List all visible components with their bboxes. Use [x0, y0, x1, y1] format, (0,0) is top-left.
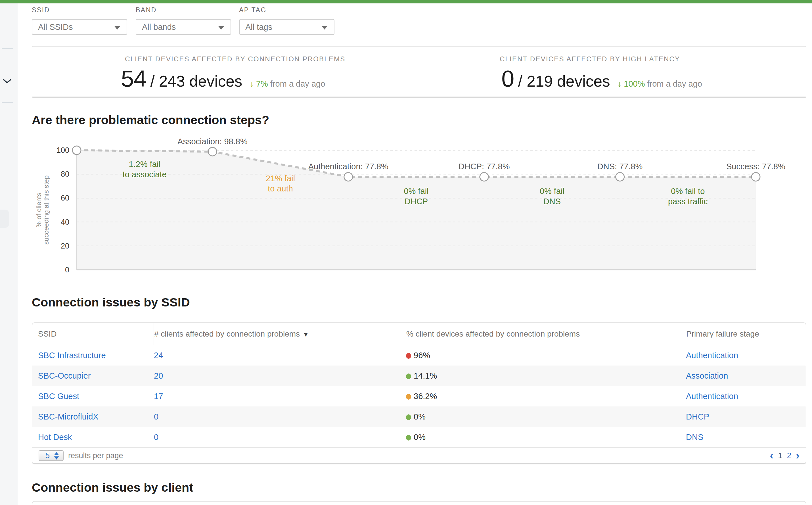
main-content: SSID All SSIDs BAND All bands AP TAG All…	[18, 0, 812, 505]
summary-stats-card: CLIENT DEVICES AFFECTED BY CONNECTION PR…	[32, 46, 806, 98]
table-row: SBC Guest1736.2%Authentication	[32, 386, 806, 406]
column-header-0: SSID	[32, 323, 154, 345]
high-latency-stat: CLIENT DEVICES AFFECTED BY HIGH LATENCY …	[501, 55, 702, 92]
band-dropdown-value: All bands	[142, 22, 176, 32]
stat-total: / 219 devices	[518, 72, 610, 90]
dropdown-caret-icon	[322, 26, 328, 29]
ssid-link[interactable]: SBC Infrastructure	[38, 351, 106, 360]
percent-affected-value: 96%	[414, 351, 430, 360]
y-tick-label: 100	[56, 146, 69, 155]
dropdown-caret-icon	[114, 26, 121, 29]
chart-area-fill	[77, 150, 756, 270]
ssid-section-heading: Connection issues by SSID	[32, 295, 190, 309]
arrow-down-icon: ↓	[618, 79, 622, 88]
ap-tag-filter-label: AP TAG	[239, 6, 335, 14]
results-per-page-label: results per page	[68, 451, 123, 460]
ssid-filter-label: SSID	[32, 6, 127, 14]
ap-tag-filter: AP TAG All tags	[239, 6, 335, 35]
delta-percent: 7%	[256, 79, 268, 88]
connection-steps-chart: 020406080100% of clientssucceeding at th…	[32, 138, 806, 280]
ssid-link[interactable]: SBC Guest	[38, 392, 79, 401]
ssid-dropdown-value: All SSIDs	[38, 22, 73, 32]
percent-affected-value: 14.1%	[414, 371, 437, 380]
point-label: DNS: 77.8%	[597, 162, 643, 171]
arrow-down-icon: ↓	[249, 79, 254, 88]
band-filter: BAND All bands	[136, 6, 231, 35]
left-sidebar	[0, 3, 18, 505]
y-tick-label: 0	[65, 266, 69, 274]
failure-stage-link[interactable]: Authentication	[686, 351, 738, 360]
column-header-1[interactable]: # clients affected by connection problem…	[154, 323, 406, 345]
status-dot-icon	[406, 373, 411, 379]
stat-value: 0	[501, 65, 514, 92]
status-dot-icon	[406, 353, 411, 359]
client-section-heading: Connection issues by client	[32, 481, 193, 495]
clients-affected-link[interactable]: 24	[154, 351, 163, 360]
ap-tag-dropdown-value: All tags	[245, 22, 272, 32]
status-dot-icon	[406, 435, 411, 441]
sidebar-divider	[2, 48, 13, 49]
table-row: SBC Infrastructure2496%Authentication	[32, 345, 806, 365]
clients-affected-link[interactable]: 20	[154, 371, 163, 380]
table-row: SBC-MicrofluidX00%DHCP	[32, 406, 806, 427]
client-table-card	[32, 501, 806, 505]
delta-suffix: from a day ago	[268, 79, 326, 88]
ssid-link[interactable]: SBC-Occupier	[38, 371, 90, 380]
ssid-filter: SSID All SSIDs	[32, 6, 127, 35]
failure-stage-link[interactable]: DNS	[686, 433, 703, 442]
prev-page-icon[interactable]: ‹	[770, 450, 774, 461]
sort-desc-icon[interactable]: ▼	[302, 331, 309, 338]
steps-section-heading: Are there problematic connection steps?	[32, 113, 269, 127]
sidebar-active-item[interactable]	[0, 210, 9, 228]
failure-stage-link[interactable]: DHCP	[686, 412, 709, 421]
sidebar-divider	[2, 102, 13, 103]
percent-affected-value: 36.2%	[414, 392, 437, 401]
page-size-value: 5	[45, 451, 50, 460]
clients-affected-link[interactable]: 17	[154, 392, 163, 401]
table-row: Hot Desk00%DNS	[32, 427, 806, 447]
data-point-marker	[480, 172, 488, 181]
ssid-table-card: SSID# clients affected by connection pro…	[32, 322, 806, 464]
clients-affected-link[interactable]: 0	[154, 433, 158, 442]
table-pagination: 5 results per page ‹ 12 ›	[32, 447, 806, 463]
data-point-marker	[344, 172, 353, 181]
failure-stage-link[interactable]: Association	[686, 371, 728, 380]
connection-problems-stat: CLIENT DEVICES AFFECTED BY CONNECTION PR…	[121, 55, 345, 92]
stat-delta: ↓ 7% from a day ago	[249, 79, 325, 89]
ap-tag-dropdown[interactable]: All tags	[239, 19, 335, 35]
column-header-2: % client devices affected by connection …	[406, 323, 686, 345]
dropdown-caret-icon	[218, 26, 224, 29]
status-dot-icon	[406, 394, 411, 400]
y-axis-label: % of clientssucceeding at this step	[35, 175, 50, 244]
page-number-link[interactable]: 2	[787, 451, 792, 460]
stat-label: CLIENT DEVICES AFFECTED BY HIGH LATENCY	[500, 55, 702, 63]
band-dropdown[interactable]: All bands	[136, 19, 231, 35]
stat-total: / 243 devices	[150, 72, 242, 90]
stepper-arrows-icon[interactable]	[54, 452, 59, 460]
page-size-stepper[interactable]: 5	[39, 450, 63, 461]
table-row: SBC-Occupier2014.1%Association	[32, 365, 806, 386]
y-tick-label: 80	[61, 170, 69, 178]
band-filter-label: BAND	[136, 6, 231, 14]
chevron-down-icon[interactable]	[2, 78, 12, 85]
page-controls: ‹ 12 ›	[770, 450, 800, 461]
column-header-3: Primary failure stage	[686, 323, 806, 345]
ssid-table: SSID# clients affected by connection pro…	[32, 323, 806, 447]
clients-affected-link[interactable]: 0	[154, 412, 158, 421]
point-label: DHCP: 77.8%	[458, 162, 510, 171]
y-tick-label: 40	[61, 218, 69, 226]
y-tick-label: 20	[61, 242, 69, 250]
next-page-icon[interactable]: ›	[796, 450, 800, 461]
percent-affected-value: 0%	[414, 433, 426, 442]
percent-affected-value: 0%	[414, 412, 426, 421]
failure-stage-link[interactable]: Authentication	[686, 392, 738, 401]
ssid-link[interactable]: Hot Desk	[38, 433, 72, 442]
data-point-marker	[72, 146, 81, 155]
data-point-marker	[208, 147, 217, 156]
status-dot-icon	[406, 414, 411, 420]
current-page-number: 1	[778, 451, 783, 460]
stat-value: 54	[121, 65, 146, 92]
ssid-link[interactable]: SBC-MicrofluidX	[38, 412, 98, 421]
ssid-dropdown[interactable]: All SSIDs	[32, 19, 127, 35]
stat-delta: ↓ 100% from a day ago	[618, 79, 702, 89]
